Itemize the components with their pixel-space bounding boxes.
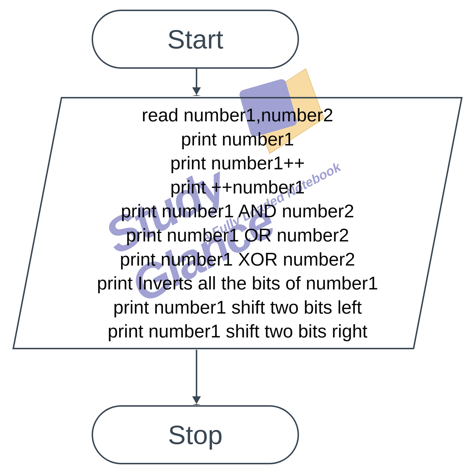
- start-label: Start: [167, 24, 223, 54]
- process-line-4: print number1 AND number2: [121, 199, 354, 223]
- stop-terminal: Stop: [92, 405, 299, 464]
- stop-label: Stop: [168, 420, 222, 450]
- process-line-0: read number1,number2: [142, 103, 333, 127]
- arrowhead-icon: [192, 87, 201, 96]
- process-line-7: print Inverts all the bits of number1: [97, 271, 378, 295]
- start-terminal: Start: [92, 10, 299, 69]
- process-content: read number1,number2 print number1 print…: [12, 96, 463, 350]
- arrow-process-to-stop: [196, 350, 197, 397]
- arrow-start-to-process: [196, 69, 197, 88]
- flowchart-container: Study Glance A Fully Loaded Notebook Sta…: [0, 0, 476, 473]
- process-parallelogram: read number1,number2 print number1 print…: [12, 96, 463, 350]
- process-line-2: print number1++: [170, 151, 305, 175]
- process-line-3: print ++number1: [170, 175, 305, 199]
- process-line-6: print number1 XOR number2: [120, 247, 355, 271]
- process-line-1: print number1: [181, 127, 294, 151]
- arrowhead-icon: [192, 396, 201, 405]
- process-line-9: print number1 shift two bits right: [108, 319, 367, 343]
- process-line-5: print number1 OR number2: [126, 223, 349, 247]
- process-line-8: print number1 shift two bits left: [113, 295, 362, 319]
